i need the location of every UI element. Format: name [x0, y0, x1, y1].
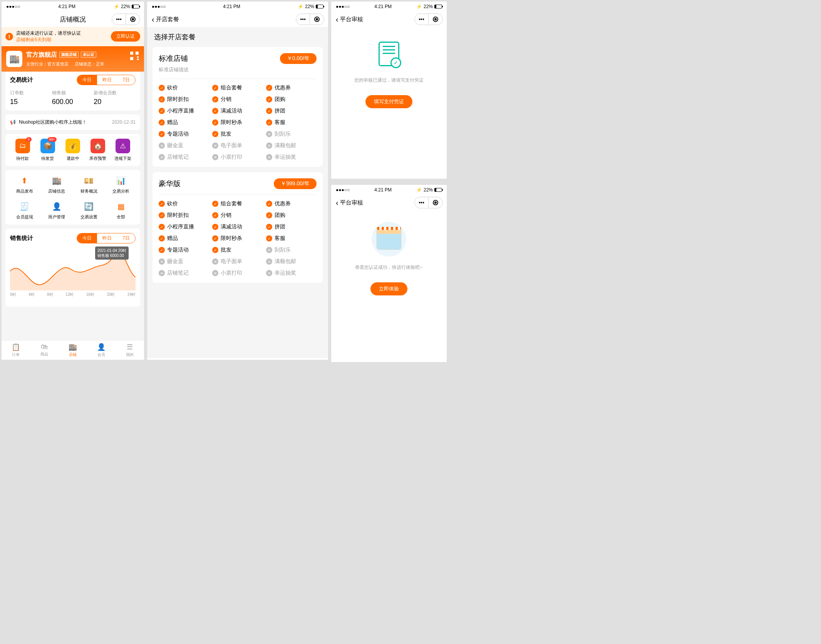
close-icon[interactable] [310, 14, 324, 25]
feature-name: 小票打印 [221, 270, 242, 277]
check-icon: ✓ [266, 201, 272, 207]
feature-item: ✓小程序直播 [159, 107, 209, 114]
tab-goods[interactable]: 🛍商品 [30, 340, 59, 360]
screen-store-overview: ●●●○○ 4:21 PM ⚡ 22% 店铺概况 ••• ! 店铺还未进行认证，… [2, 2, 144, 360]
bottom-tabbar[interactable]: 📋订单🛍商品🏬店铺👤会员☰我的 [2, 340, 144, 360]
quick-item-pending-pay[interactable]: 🗂5待付款 [10, 139, 35, 161]
badge: 99+ [48, 137, 57, 142]
qrcode-icon[interactable] [130, 52, 139, 60]
fill-payment-button[interactable]: 填写支付凭证 [365, 95, 412, 108]
quick-item-pending-ship[interactable]: 📦99+待发货 [35, 139, 60, 161]
plan-card[interactable]: 豪华版￥999.00/年✓砍价✓组合套餐✓优惠券✓限时折扣✓分销✓团购✓小程序直… [152, 172, 323, 283]
menu-item-withdraw[interactable]: 🧾会员提现 [10, 200, 39, 220]
cross-icon: ✕ [159, 143, 165, 149]
feature-name: 专题活动 [167, 131, 189, 138]
feature-item: ✓专题活动 [159, 247, 209, 253]
feature-name: 拼团 [275, 107, 285, 114]
mini-program-capsule[interactable]: ••• [296, 13, 324, 25]
tab-me[interactable]: ☰我的 [116, 340, 144, 360]
quick-status-card: 🗂5待付款📦99+待发货💰退款中🏠库存预警⚠违规下架 [5, 134, 140, 166]
cross-icon: ✕ [266, 131, 272, 137]
feature-item: ✕电子面单 [212, 142, 263, 149]
menu-item-trade-analysis[interactable]: 📊交易分析 [107, 174, 136, 194]
cross-icon: ✕ [266, 154, 272, 160]
verify-now-button[interactable]: 立即认证 [111, 31, 140, 42]
back-button[interactable]: ‹平台审核 [336, 15, 363, 24]
feature-name: 电子面单 [221, 258, 242, 265]
tab-store[interactable]: 🏬店铺 [59, 340, 87, 360]
x-tick: 20时 [107, 292, 115, 297]
quick-item-stock-warn[interactable]: 🏠库存预警 [85, 139, 111, 161]
news-strip[interactable]: 📢 Niushop社区团购小程序上线啦！ 2020-12-31 [5, 114, 140, 130]
screen-verify-success: ●●●○○ 4:21 PM ⚡22% ‹平台审核 ••• 恭喜您认证成功，快进行… [331, 185, 447, 362]
seg-yesterday[interactable]: 昨日 [97, 233, 117, 243]
feature-name: 组合套餐 [221, 84, 242, 91]
check-icon: ✓ [159, 119, 165, 126]
tab-order[interactable]: 📋订单 [2, 340, 30, 360]
back-button[interactable]: ‹开店套餐 [152, 15, 179, 24]
menu-item-user-mgmt[interactable]: 👤用户管理 [42, 200, 72, 220]
trade-stats-card: 交易统计 今日 昨日 7日 订单数15 销售额600.00 新增会员数20 [5, 70, 140, 111]
check-icon: ✓ [159, 108, 165, 114]
period-segment[interactable]: 今日 昨日 7日 [77, 75, 136, 85]
feature-item: ✓赠品 [159, 119, 209, 126]
more-icon[interactable]: ••• [296, 14, 310, 25]
quick-item-refunding[interactable]: 💰退款中 [60, 139, 85, 161]
chart-period-segment[interactable]: 今日 昨日 7日 [77, 233, 136, 243]
seg-today[interactable]: 今日 [77, 233, 97, 243]
tab-member[interactable]: 👤会员 [87, 340, 116, 360]
seg-7day[interactable]: 7日 [117, 75, 135, 85]
seg-7day[interactable]: 7日 [117, 233, 135, 243]
feature-item: ✓限时秒杀 [212, 119, 263, 126]
feature-item: ✓优惠券 [266, 84, 317, 91]
stat-value: 20 [94, 98, 136, 106]
feature-name: 分销 [221, 96, 231, 103]
menu-item-publish[interactable]: ⬆商品发布 [10, 174, 39, 194]
feature-name: 砸金蛋 [167, 142, 183, 149]
check-icon: ✓ [159, 212, 165, 218]
feature-item: ✕店铺笔记 [159, 270, 209, 277]
feature-name: 赠品 [167, 119, 178, 126]
check-icon: ✓ [212, 131, 218, 137]
feature-name: 赠品 [167, 235, 178, 242]
violation-icon: ⚠ [116, 139, 130, 153]
mini-program-capsule[interactable]: ••• [414, 13, 443, 25]
feature-name: 幸运抽奖 [275, 154, 296, 161]
back-button[interactable]: ‹平台审核 [336, 198, 363, 207]
check-icon: ✓ [266, 85, 272, 91]
finance-icon: 💴 [83, 174, 95, 187]
menu-label: 商品发布 [10, 188, 39, 194]
verify-status-tag: 未认证 [81, 52, 96, 58]
seg-today[interactable]: 今日 [77, 75, 97, 85]
more-icon[interactable]: ••• [112, 14, 126, 25]
mini-program-capsule[interactable]: ••• [112, 13, 140, 25]
more-icon[interactable]: ••• [415, 197, 429, 208]
verification-alert: ! 店铺还未进行认证，请尽快认证 店铺剩余5天到期 立即认证 [2, 27, 144, 46]
plan-card[interactable]: 标准店铺￥0.00/年标准店铺描述✓砍价✓组合套餐✓优惠券✓限时折扣✓分销✓团购… [152, 47, 323, 167]
feature-item: ✓拼团 [266, 223, 317, 230]
tab-label: 商品 [40, 352, 48, 356]
close-icon[interactable] [126, 14, 140, 25]
start-experience-button[interactable]: 立即体验 [370, 282, 407, 295]
close-icon[interactable] [429, 14, 442, 25]
quick-item-violation[interactable]: ⚠违规下架 [111, 139, 136, 161]
plan-price-badge: ￥0.00/年 [280, 53, 317, 64]
feature-name: 满减活动 [221, 107, 242, 114]
more-icon[interactable]: ••• [415, 14, 429, 25]
feature-item: ✓限时折扣 [159, 96, 209, 103]
menu-item-finance[interactable]: 💴财务概况 [74, 174, 104, 194]
menu-item-store-info[interactable]: 🏬店铺信息 [42, 174, 72, 194]
feature-name: 团购 [275, 96, 285, 103]
menu-item-all[interactable]: ▦全部 [107, 200, 136, 220]
status-bar: ●●●○○ 4:21 PM ⚡22% [331, 2, 447, 12]
feature-name: 砍价 [167, 200, 178, 207]
signal-icon: ●●●○○ [152, 4, 166, 9]
feature-item: ✓限时秒杀 [212, 235, 263, 242]
feature-item: ✓分销 [212, 212, 263, 219]
seg-yesterday[interactable]: 昨日 [97, 75, 117, 85]
close-icon[interactable] [429, 197, 442, 208]
menu-label: 交易分析 [107, 188, 136, 194]
mini-program-capsule[interactable]: ••• [414, 197, 443, 208]
menu-label: 全部 [107, 214, 136, 220]
menu-item-trade-setting[interactable]: 🔄交易设置 [74, 200, 104, 220]
